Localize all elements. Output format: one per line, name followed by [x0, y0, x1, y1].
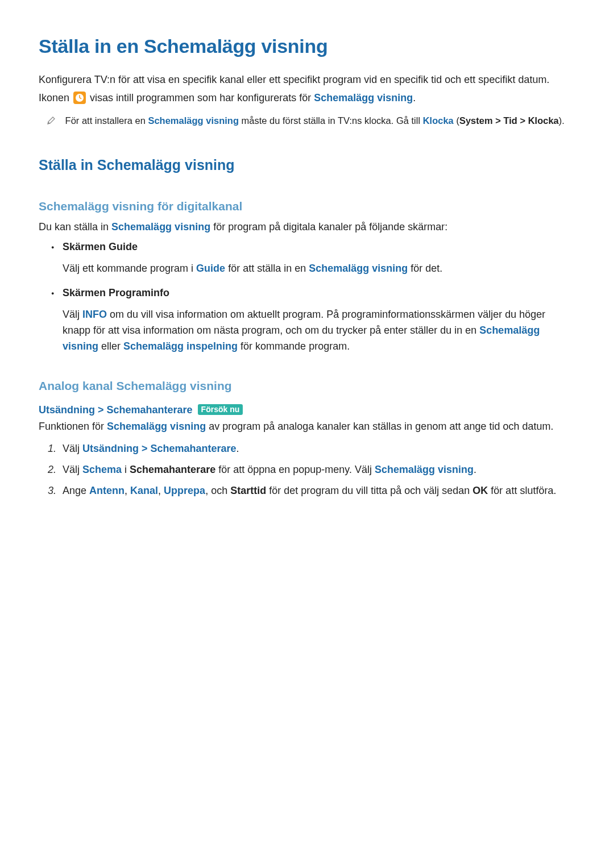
- step3-starttid: Starttid: [230, 485, 266, 496]
- try-now-badge[interactable]: Försök nu: [198, 404, 243, 415]
- text: för kommande program.: [238, 340, 350, 352]
- step-item: Välj Schema i Schemahanterare för att öp…: [63, 462, 575, 478]
- digital-bullet-list: Skärmen Guide Välj ett kommande program …: [39, 241, 575, 355]
- text: av program på analoga kanaler kan ställa…: [206, 421, 553, 432]
- note-klocka: Klocka: [423, 115, 454, 126]
- text: .: [237, 443, 239, 454]
- text: , och: [205, 485, 230, 496]
- bullet-title-guide: Skärmen Guide: [63, 241, 575, 253]
- clock-icon: [73, 92, 86, 104]
- text: i: [122, 464, 130, 475]
- section-title-setup: Ställa in Schemalägg visning: [39, 157, 575, 173]
- install-note: För att installera en Schemalägg visning…: [39, 114, 575, 127]
- path-utsandning: Utsändning: [39, 404, 95, 416]
- bullet-body-programinfo: Välj INFO om du vill visa information om…: [63, 307, 575, 355]
- subsection-analog-title: Analog kanal Schemalägg visning: [39, 379, 575, 393]
- text: eller: [98, 340, 123, 352]
- step1-schema: Schemahanterare: [151, 443, 237, 454]
- text: för det.: [408, 263, 442, 274]
- list-item: Skärmen Guide Välj ett kommande program …: [63, 241, 575, 277]
- intro-paragraph-2: Ikonen visas intill programmen som har k…: [39, 90, 575, 106]
- text: för det program du vill titta på och väl…: [266, 485, 472, 496]
- analog-lead: Funktionen för Schemalägg visning av pro…: [39, 421, 575, 433]
- digital-lead-term: Schemalägg visning: [111, 221, 210, 232]
- term-sv: Schemalägg visning: [309, 263, 408, 274]
- intro-paragraph-1: Konfigurera TV:n för att visa en specifi…: [39, 72, 575, 88]
- step2-schemahanterare: Schemahanterare: [130, 464, 215, 475]
- note-term: Schemalägg visning: [148, 115, 239, 126]
- note-system: System: [459, 115, 493, 126]
- analog-lead-term: Schemalägg visning: [107, 421, 206, 432]
- step3-ok: OK: [472, 485, 488, 496]
- step2-sv: Schemalägg visning: [375, 464, 474, 475]
- step-item: Ange Antenn, Kanal, Upprepa, och Startti…: [63, 483, 575, 499]
- text: Välj: [63, 443, 82, 454]
- text: Ange: [63, 485, 89, 496]
- digital-lead-post: för program på digitala kanaler på följa…: [210, 221, 447, 232]
- step3-kanal: Kanal: [130, 485, 158, 496]
- step1-uts: Utsändning: [82, 443, 139, 454]
- intro-text-pre: Ikonen: [39, 92, 72, 103]
- step1-gt: >: [139, 443, 151, 454]
- text: ,: [125, 485, 130, 496]
- menu-path: Utsändning > Schemahanterare Försök nu: [39, 404, 575, 416]
- intro-text-end: .: [413, 92, 416, 103]
- text: .: [474, 464, 476, 475]
- bullet-title-programinfo: Skärmen Programinfo: [63, 287, 575, 299]
- bullet-body-guide: Välj ett kommande program i Guide för at…: [63, 261, 575, 277]
- term-si: Schemalägg inspelning: [123, 340, 238, 352]
- text: för att öppna en popup-meny. Välj: [215, 464, 375, 475]
- digital-lead: Du kan ställa in Schemalägg visning för …: [39, 221, 575, 233]
- intro-text-post: visas intill programmen som har konfigur…: [90, 92, 314, 103]
- text: för att ställa in en: [225, 263, 309, 274]
- step2-schema: Schema: [82, 464, 122, 475]
- term-schemalagg-visning: Schemalägg visning: [314, 92, 413, 103]
- path-schemahanterare: Schemahanterare: [107, 404, 193, 416]
- text: ,: [158, 485, 164, 496]
- page-title: Ställa in en Schemalägg visning: [39, 35, 575, 57]
- note-text-mid: måste du först ställa in TV:ns klocka. G…: [239, 115, 423, 126]
- text: för att slutföra.: [488, 485, 556, 496]
- step-item: Välj Utsändning > Schemahanterare.: [63, 441, 575, 457]
- text: Välj: [63, 309, 82, 320]
- manual-page: Ställa in en Schemalägg visning Konfigur…: [0, 0, 614, 538]
- list-item: Skärmen Programinfo Välj INFO om du vill…: [63, 287, 575, 355]
- note-klocka2: Klocka: [528, 115, 559, 126]
- note-tid: Tid: [503, 115, 517, 126]
- text: Funktionen för: [39, 421, 107, 432]
- text: om du vill visa information om aktuellt …: [63, 309, 545, 336]
- pencil-icon: [47, 115, 56, 124]
- term-info: INFO: [82, 309, 107, 320]
- path-gt: >: [95, 404, 107, 416]
- note-open: (: [454, 115, 459, 126]
- text: Välj ett kommande program i: [63, 263, 196, 274]
- text: Välj: [63, 464, 82, 475]
- note-gt1: >: [493, 115, 504, 126]
- digital-lead-pre: Du kan ställa in: [39, 221, 111, 232]
- note-text-pre: För att installera en: [65, 115, 148, 126]
- note-gt2: >: [517, 115, 528, 126]
- step3-upprepa: Upprepa: [164, 485, 205, 496]
- step3-antenn: Antenn: [89, 485, 125, 496]
- note-close: ).: [559, 115, 565, 126]
- analog-steps: Välj Utsändning > Schemahanterare. Välj …: [39, 441, 575, 499]
- term-guide: Guide: [196, 263, 225, 274]
- subsection-digital-title: Schemalägg visning för digitalkanal: [39, 200, 575, 213]
